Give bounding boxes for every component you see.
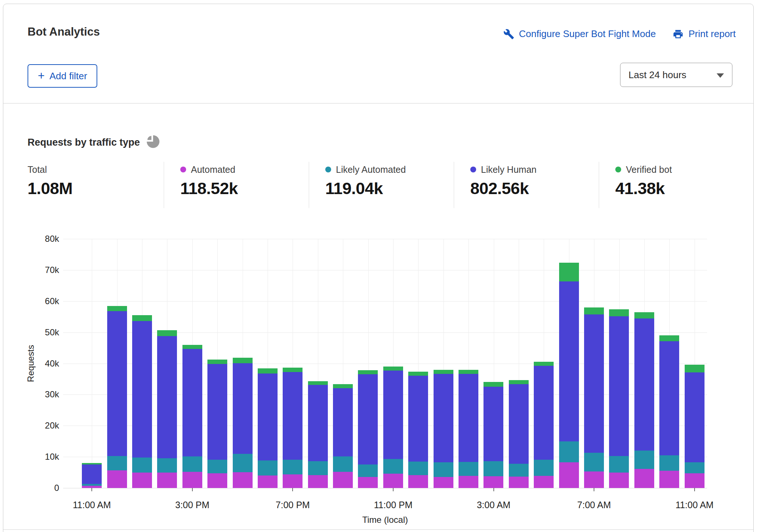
bar-segment-verified-bot[interactable] xyxy=(283,368,303,372)
bar-segment-likely-automated[interactable] xyxy=(408,462,428,475)
bar-segment-verified-bot[interactable] xyxy=(509,380,529,385)
stacked-bar[interactable] xyxy=(509,380,529,488)
time-range-select[interactable]: Last 24 hours xyxy=(620,63,732,87)
stacked-bar[interactable] xyxy=(358,370,378,488)
bar-segment-likely-automated[interactable] xyxy=(483,461,503,476)
bar-segment-verified-bot[interactable] xyxy=(333,384,353,389)
stacked-bar[interactable] xyxy=(459,370,478,488)
stacked-bar[interactable] xyxy=(408,372,428,488)
bar-segment-likely-human[interactable] xyxy=(182,349,202,457)
stacked-bar[interactable] xyxy=(659,335,679,488)
bar-segment-likely-automated[interactable] xyxy=(333,456,353,472)
bar-segment-likely-human[interactable] xyxy=(358,374,378,464)
bar-segment-automated[interactable] xyxy=(233,472,253,488)
bar-segment-likely-automated[interactable] xyxy=(107,456,127,471)
bar-segment-likely-automated[interactable] xyxy=(509,464,529,477)
bar-segment-automated[interactable] xyxy=(308,475,328,488)
bar-segment-likely-automated[interactable] xyxy=(308,461,328,475)
bar-segment-likely-human[interactable] xyxy=(609,316,629,456)
bar-segment-likely-automated[interactable] xyxy=(233,454,253,472)
bar-segment-automated[interactable] xyxy=(634,469,654,488)
bar-segment-likely-automated[interactable] xyxy=(659,455,679,471)
bar-segment-automated[interactable] xyxy=(659,471,679,488)
bar-segment-automated[interactable] xyxy=(157,473,177,488)
bar-segment-likely-automated[interactable] xyxy=(383,459,403,474)
bar-segment-likely-human[interactable] xyxy=(509,384,529,463)
bar-segment-likely-automated[interactable] xyxy=(258,460,278,475)
bar-segment-verified-bot[interactable] xyxy=(483,382,503,387)
stacked-bar[interactable] xyxy=(157,330,177,488)
bar-segment-likely-human[interactable] xyxy=(383,371,403,459)
stacked-bar[interactable] xyxy=(483,382,503,488)
bar-segment-verified-bot[interactable] xyxy=(358,370,378,374)
bar-segment-automated[interactable] xyxy=(559,462,579,488)
bar-segment-likely-human[interactable] xyxy=(634,318,654,451)
bar-segment-automated[interactable] xyxy=(609,473,629,488)
bar-segment-verified-bot[interactable] xyxy=(584,307,604,315)
bar-segment-likely-human[interactable] xyxy=(659,341,679,455)
stacked-bar[interactable] xyxy=(685,365,705,488)
bar-segment-verified-bot[interactable] xyxy=(559,263,579,282)
bar-segment-likely-automated[interactable] xyxy=(534,460,554,476)
bar-segment-automated[interactable] xyxy=(434,477,453,488)
bar-segment-likely-human[interactable] xyxy=(459,374,478,462)
bar-segment-likely-human[interactable] xyxy=(584,314,604,453)
stacked-bar[interactable] xyxy=(584,307,604,488)
bar-segment-likely-human[interactable] xyxy=(333,388,353,456)
stacked-bar[interactable] xyxy=(132,315,152,488)
bar-segment-automated[interactable] xyxy=(182,472,202,488)
bar-segment-likely-human[interactable] xyxy=(559,281,579,441)
bar-segment-automated[interactable] xyxy=(107,470,127,488)
configure-super-bot-fight-mode-link[interactable]: Configure Super Bot Fight Mode xyxy=(503,28,656,40)
bar-segment-verified-bot[interactable] xyxy=(107,306,127,311)
stat-automated[interactable]: Automated 118.52k xyxy=(180,164,238,198)
bar-segment-likely-automated[interactable] xyxy=(434,462,453,477)
stacked-bar[interactable] xyxy=(107,306,127,488)
bar-segment-likely-human[interactable] xyxy=(258,374,278,461)
bar-segment-likely-human[interactable] xyxy=(233,363,253,454)
bar-segment-verified-bot[interactable] xyxy=(534,362,554,366)
bar-segment-likely-human[interactable] xyxy=(308,385,328,461)
bar-segment-likely-automated[interactable] xyxy=(459,462,478,476)
bar-segment-verified-bot[interactable] xyxy=(659,335,679,341)
bar-segment-likely-automated[interactable] xyxy=(283,460,303,474)
bar-segment-automated[interactable] xyxy=(358,477,378,488)
bar-segment-likely-automated[interactable] xyxy=(559,441,579,462)
bar-segment-likely-automated[interactable] xyxy=(609,456,629,472)
bar-segment-likely-human[interactable] xyxy=(207,364,227,460)
stacked-bar[interactable] xyxy=(559,263,579,488)
bar-segment-automated[interactable] xyxy=(383,474,403,488)
bar-segment-automated[interactable] xyxy=(685,473,705,488)
bar-segment-likely-automated[interactable] xyxy=(207,460,227,473)
bar-segment-verified-bot[interactable] xyxy=(132,315,152,321)
stacked-bar[interactable] xyxy=(82,463,102,488)
stacked-bar[interactable] xyxy=(258,368,278,488)
bar-segment-verified-bot[interactable] xyxy=(258,368,278,374)
bar-segment-likely-human[interactable] xyxy=(534,366,554,459)
bar-segment-likely-human[interactable] xyxy=(157,336,177,458)
stacked-bar[interactable] xyxy=(308,381,328,488)
bar-segment-automated[interactable] xyxy=(333,472,353,488)
bar-segment-verified-bot[interactable] xyxy=(233,358,253,363)
bar-segment-likely-human[interactable] xyxy=(685,372,705,462)
bar-segment-verified-bot[interactable] xyxy=(408,372,428,376)
bar-segment-likely-automated[interactable] xyxy=(685,462,705,474)
bar-segment-automated[interactable] xyxy=(459,476,478,488)
bar-segment-automated[interactable] xyxy=(283,474,303,488)
bar-segment-automated[interactable] xyxy=(207,473,227,488)
stacked-bar[interactable] xyxy=(609,309,629,488)
bar-segment-likely-automated[interactable] xyxy=(634,451,654,469)
bar-segment-verified-bot[interactable] xyxy=(434,370,453,374)
stacked-bar[interactable] xyxy=(207,360,227,488)
stacked-bar[interactable] xyxy=(182,345,202,488)
stat-verified-bot[interactable]: Verified bot 41.38k xyxy=(615,164,672,198)
bar-segment-likely-human[interactable] xyxy=(82,464,102,484)
stacked-bar[interactable] xyxy=(383,367,403,488)
bar-segment-verified-bot[interactable] xyxy=(685,365,705,372)
bar-segment-likely-automated[interactable] xyxy=(182,456,202,472)
stat-likely-human[interactable]: Likely Human 802.56k xyxy=(470,164,536,198)
stacked-bar[interactable] xyxy=(233,358,253,488)
bar-segment-verified-bot[interactable] xyxy=(609,309,629,316)
bar-segment-automated[interactable] xyxy=(584,471,604,488)
bar-segment-automated[interactable] xyxy=(534,476,554,488)
